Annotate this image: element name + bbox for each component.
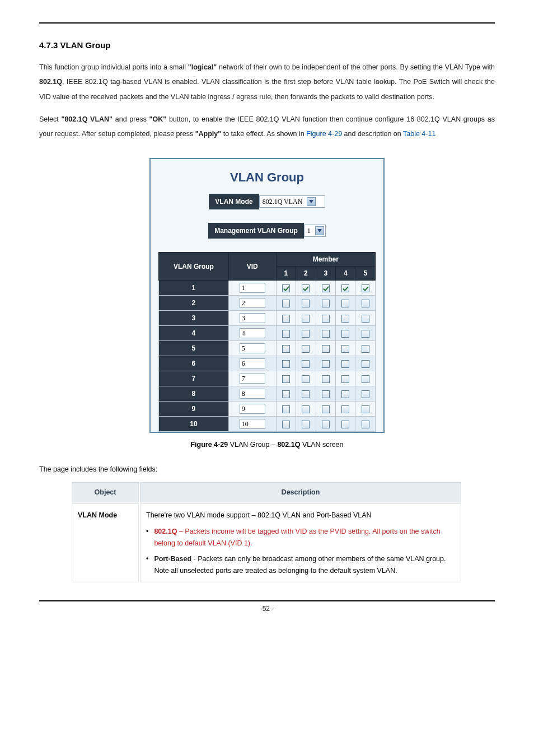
vid-input[interactable]	[240, 313, 265, 323]
member-checkbox[interactable]	[362, 345, 369, 353]
page-number: -52 -	[39, 605, 495, 613]
member-checkbox[interactable]	[341, 330, 349, 338]
member-checkbox[interactable]	[302, 375, 310, 383]
row-group-cell: 3	[159, 311, 229, 326]
member-checkbox[interactable]	[341, 315, 349, 323]
member-checkbox[interactable]	[362, 300, 369, 307]
member-cell	[336, 386, 355, 402]
member-checkbox[interactable]	[302, 284, 310, 292]
member-cell	[296, 341, 316, 356]
col-member-port: 4	[336, 267, 355, 281]
member-checkbox[interactable]	[341, 405, 349, 413]
vid-input[interactable]	[240, 343, 265, 353]
member-checkbox[interactable]	[322, 345, 330, 353]
vlan-group-screenshot: VLAN Group VLAN Mode 802.1Q VLAN Managem…	[149, 158, 385, 433]
member-cell	[355, 386, 376, 402]
member-cell	[276, 371, 296, 386]
member-checkbox[interactable]	[282, 284, 290, 292]
vid-input[interactable]	[240, 389, 265, 399]
table-link[interactable]: Table 4-11	[403, 130, 435, 138]
member-checkbox[interactable]	[341, 390, 349, 398]
member-checkbox[interactable]	[322, 360, 330, 368]
member-cell	[316, 281, 335, 296]
member-checkbox[interactable]	[302, 315, 310, 323]
bullet-icon: •	[146, 526, 148, 549]
vid-input[interactable]	[240, 298, 265, 308]
col-vid: VID	[228, 253, 276, 281]
member-cell	[276, 296, 296, 311]
member-checkbox[interactable]	[302, 330, 310, 338]
member-cell	[296, 402, 316, 417]
member-cell	[355, 281, 376, 296]
member-checkbox[interactable]	[362, 284, 369, 292]
vid-input[interactable]	[240, 358, 265, 368]
vlan-member-table: VLAN Group VID Member 12345 12345678910	[158, 252, 376, 432]
mgmt-vlan-row: Management VLAN Group 1	[158, 223, 376, 239]
member-cell	[296, 326, 316, 341]
member-checkbox[interactable]	[282, 360, 290, 368]
row-vid-cell	[228, 356, 276, 371]
member-checkbox[interactable]	[341, 375, 349, 383]
member-checkbox[interactable]	[322, 300, 330, 307]
fig-prefix: Figure 4-29	[190, 441, 229, 449]
member-checkbox[interactable]	[302, 405, 310, 413]
member-cell	[336, 341, 355, 356]
member-checkbox[interactable]	[322, 375, 330, 383]
paragraph-1: This function group individual ports int…	[39, 60, 495, 104]
member-checkbox[interactable]	[282, 345, 290, 353]
vid-input[interactable]	[240, 404, 265, 414]
fig-emph: 802.1Q	[277, 441, 300, 449]
figure-link[interactable]: Figure 4-29	[306, 130, 342, 138]
member-checkbox[interactable]	[302, 390, 310, 398]
p1-t5: , IEEE 802.1Q tag-based VLAN is enabled.…	[39, 78, 495, 100]
member-checkbox[interactable]	[282, 315, 290, 323]
vid-input[interactable]	[240, 374, 265, 384]
member-checkbox[interactable]	[302, 421, 310, 428]
member-checkbox[interactable]	[362, 315, 369, 323]
member-checkbox[interactable]	[282, 421, 290, 428]
member-checkbox[interactable]	[322, 284, 330, 292]
member-checkbox[interactable]	[341, 284, 349, 292]
member-checkbox[interactable]	[302, 300, 310, 307]
member-checkbox[interactable]	[282, 390, 290, 398]
vid-input[interactable]	[240, 283, 265, 293]
member-checkbox[interactable]	[341, 360, 349, 368]
top-rule	[39, 22, 495, 24]
member-checkbox[interactable]	[302, 345, 310, 353]
member-checkbox[interactable]	[282, 300, 290, 307]
vid-input[interactable]	[240, 328, 265, 338]
member-cell	[296, 296, 316, 311]
member-checkbox[interactable]	[341, 421, 349, 428]
member-cell	[276, 386, 296, 402]
p1-t1: This function group individual ports int…	[39, 63, 188, 71]
member-checkbox[interactable]	[362, 405, 369, 413]
member-checkbox[interactable]	[282, 330, 290, 338]
member-checkbox[interactable]	[322, 405, 330, 413]
member-checkbox[interactable]	[362, 421, 369, 428]
member-checkbox[interactable]	[362, 360, 369, 368]
member-checkbox[interactable]	[322, 315, 330, 323]
chevron-down-icon[interactable]	[315, 226, 324, 235]
member-checkbox[interactable]	[362, 375, 369, 383]
member-checkbox[interactable]	[322, 421, 330, 428]
member-checkbox[interactable]	[322, 330, 330, 338]
bullet1-key: 802.1Q	[154, 528, 177, 535]
member-checkbox[interactable]	[341, 345, 349, 353]
member-checkbox[interactable]	[282, 405, 290, 413]
member-cell	[276, 281, 296, 296]
member-checkbox[interactable]	[282, 375, 290, 383]
member-checkbox[interactable]	[362, 390, 369, 398]
member-checkbox[interactable]	[341, 300, 349, 307]
mgmt-vlan-select[interactable]: 1	[304, 225, 326, 237]
vid-input[interactable]	[240, 419, 265, 429]
fig-mid: VLAN Group –	[230, 441, 278, 449]
member-cell	[336, 281, 355, 296]
member-checkbox[interactable]	[322, 390, 330, 398]
member-cell	[276, 356, 296, 371]
col-member-port: 2	[296, 267, 316, 281]
member-cell	[316, 402, 335, 417]
member-checkbox[interactable]	[302, 360, 310, 368]
member-checkbox[interactable]	[362, 330, 369, 338]
vlan-mode-select[interactable]: 802.1Q VLAN	[259, 195, 325, 208]
chevron-down-icon[interactable]	[307, 197, 316, 206]
